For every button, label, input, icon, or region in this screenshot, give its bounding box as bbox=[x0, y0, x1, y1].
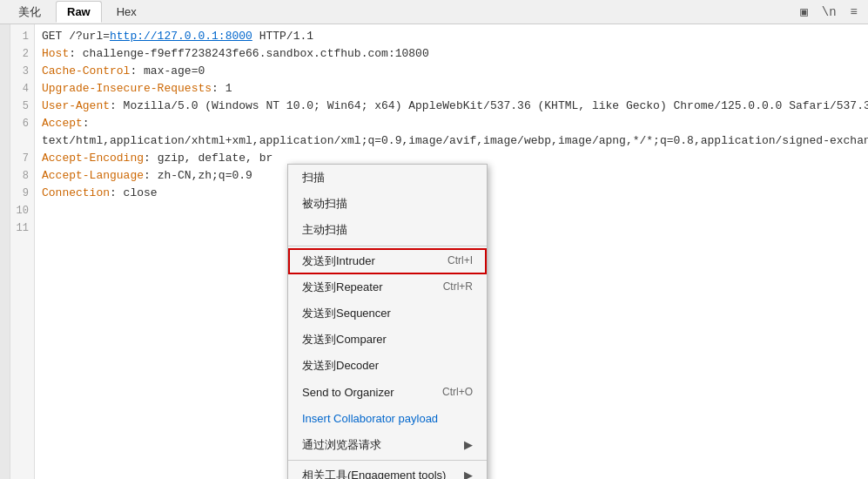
line-num: 4 bbox=[16, 80, 29, 98]
context-menu: 扫描 被动扫描 主动扫描 发送到Intruder Ctrl+I 发送到Repea… bbox=[287, 164, 488, 479]
tab-hex[interactable]: Hex bbox=[105, 1, 148, 23]
menu-item-send-comparer[interactable]: 发送到Comparer bbox=[288, 327, 487, 353]
newline-icon[interactable]: \n bbox=[818, 3, 840, 21]
menu-icon[interactable]: ≡ bbox=[847, 3, 861, 21]
menu-divider bbox=[288, 460, 487, 461]
menu-item-label: 发送到Repeater bbox=[302, 280, 382, 295]
line-num: 2 bbox=[16, 45, 29, 63]
menu-item-shortcut: Ctrl+R bbox=[443, 280, 473, 294]
menu-item-send-intruder[interactable]: 发送到Intruder Ctrl+I bbox=[288, 248, 487, 274]
panel-icon[interactable]: ▣ bbox=[797, 3, 811, 21]
tab-beautify[interactable]: 美化 bbox=[7, 0, 52, 24]
menu-item-active-scan[interactable]: 主动扫描 bbox=[288, 217, 487, 243]
tab-raw[interactable]: Raw bbox=[56, 1, 102, 23]
menu-item-shortcut: Ctrl+I bbox=[447, 253, 473, 268]
menu-item-label: Send to Organizer bbox=[302, 385, 394, 401]
menu-item-send-decoder[interactable]: 发送到Decoder bbox=[288, 353, 487, 379]
code-line-6: Accept: bbox=[42, 115, 861, 132]
content-area: 1 2 3 4 5 6 7 8 9 10 11 GET /?url=http:/… bbox=[0, 24, 868, 479]
menu-item-label: 发送到Comparer bbox=[302, 332, 387, 347]
line-num: 5 bbox=[16, 98, 29, 115]
menu-item-engagement-tools[interactable]: 相关工具(Engagement tools) ▶ bbox=[288, 462, 487, 479]
menu-item-label: 发送到Sequencer bbox=[302, 306, 391, 321]
arrow-icon: ▶ bbox=[464, 437, 473, 453]
code-line-2: Host: challenge-f9eff7238243fe66.sandbox… bbox=[42, 45, 861, 63]
arrow-icon: ▶ bbox=[464, 468, 473, 479]
code-line-1: GET /?url=http://127.0.0.1:8000 HTTP/1.1 bbox=[42, 28, 861, 45]
menu-item-shortcut: Ctrl+O bbox=[442, 385, 473, 400]
menu-item-label: Insert Collaborator payload bbox=[302, 411, 438, 427]
code-line-4: Upgrade-Insecure-Requests: 1 bbox=[42, 80, 861, 98]
left-sidebar bbox=[0, 24, 10, 479]
menu-item-label: 扫描 bbox=[302, 170, 325, 186]
line-num: 1 bbox=[16, 28, 29, 45]
menu-item-label: 主动扫描 bbox=[302, 222, 347, 238]
line-num: 3 bbox=[16, 63, 29, 80]
line-num: 6 bbox=[16, 115, 29, 132]
menu-item-label: 发送到Decoder bbox=[302, 358, 379, 374]
code-line-6b: text/html,application/xhtml+xml,applicat… bbox=[42, 132, 861, 150]
line-num: 9 bbox=[16, 185, 29, 202]
menu-item-send-repeater[interactable]: 发送到Repeater Ctrl+R bbox=[288, 274, 487, 300]
menu-item-browser-request[interactable]: 通过浏览器请求 ▶ bbox=[288, 432, 487, 458]
menu-item-label: 通过浏览器请求 bbox=[302, 437, 381, 453]
menu-item-label: 相关工具(Engagement tools) bbox=[302, 468, 446, 479]
menu-item-label: 发送到Intruder bbox=[302, 253, 375, 269]
line-num bbox=[16, 132, 29, 150]
menu-item-send-sequencer[interactable]: 发送到Sequencer bbox=[288, 300, 487, 327]
tab-bar: 美化 Raw Hex ▣ \n ≡ bbox=[0, 0, 868, 24]
menu-item-passive-scan[interactable]: 被动扫描 bbox=[288, 191, 487, 217]
code-line-5: User-Agent: Mozilla/5.0 (Windows NT 10.0… bbox=[42, 98, 861, 115]
menu-item-send-organizer[interactable]: Send to Organizer Ctrl+O bbox=[288, 380, 487, 406]
line-numbers: 1 2 3 4 5 6 7 8 9 10 11 bbox=[10, 24, 35, 479]
menu-divider bbox=[288, 246, 487, 246]
line-num: 10 bbox=[16, 202, 29, 219]
url-link[interactable]: http://127.0.0.1:8000 bbox=[110, 30, 252, 43]
menu-item-scan[interactable]: 扫描 bbox=[288, 165, 487, 191]
line-num: 7 bbox=[16, 150, 29, 167]
menu-item-label: 被动扫描 bbox=[302, 196, 347, 212]
code-line-3: Cache-Control: max-age=0 bbox=[42, 63, 861, 80]
line-num: 8 bbox=[16, 167, 29, 185]
tab-bar-right: ▣ \n ≡ bbox=[797, 3, 861, 21]
menu-item-collaborator[interactable]: Insert Collaborator payload bbox=[288, 406, 487, 432]
line-num: 11 bbox=[16, 219, 29, 237]
